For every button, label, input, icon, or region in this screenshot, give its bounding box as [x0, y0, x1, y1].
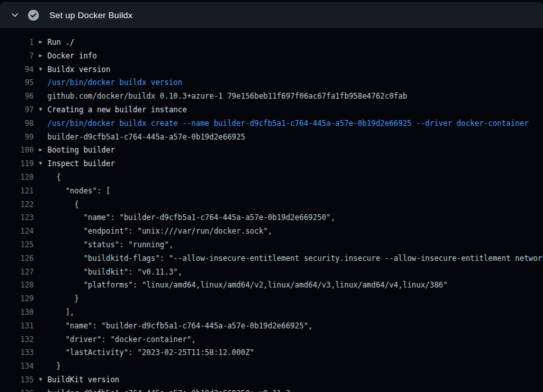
line-number[interactable]: 7	[0, 49, 34, 63]
line-number[interactable]: 123	[0, 211, 34, 225]
line-number[interactable]: 125	[0, 238, 34, 252]
log-line: 122 {	[0, 198, 543, 212]
log-line: 128 "platforms": "linux/amd64,linux/amd6…	[0, 278, 543, 292]
log-text: }	[47, 360, 543, 373]
log-line: 98 /usr/bin/docker buildx create --name …	[0, 117, 543, 130]
log-text: /usr/bin/docker buildx version	[47, 76, 543, 90]
step-title: Set up Docker Buildx	[49, 10, 133, 20]
group-toggle-icon	[34, 117, 47, 130]
log-line: 126 "buildkitd-flags": "--allow-insecure…	[0, 252, 543, 265]
group-toggle-icon[interactable]: ▶	[34, 49, 47, 63]
log-line: 125 "status": "running",	[0, 238, 543, 252]
log-line[interactable]: 135 ▼ BuildKit version	[0, 373, 543, 387]
log-text: Inspect builder	[47, 157, 543, 171]
line-number[interactable]: 134	[0, 360, 34, 373]
group-toggle-icon[interactable]: ▶	[34, 36, 47, 49]
line-number[interactable]: 120	[0, 171, 34, 184]
line-number[interactable]: 130	[0, 306, 34, 319]
log-line: 129 }	[0, 292, 543, 306]
group-toggle-icon[interactable]: ▼	[34, 373, 47, 387]
group-toggle-icon	[34, 387, 47, 392]
log-line: 96 github.com/docker/buildx 0.10.3+azure…	[0, 90, 543, 103]
group-toggle-icon	[34, 225, 47, 238]
group-toggle-icon	[34, 319, 47, 333]
log-text: builder-d9cfb5a1-c764-445a-a57e-0b19d2e6…	[47, 387, 543, 392]
group-toggle-icon	[34, 171, 47, 184]
log-line: 127 "buildkit": "v0.11.3",	[0, 265, 543, 279]
group-toggle-icon	[34, 265, 47, 279]
line-number[interactable]: 119	[0, 157, 34, 171]
group-toggle-icon	[34, 360, 47, 373]
group-toggle-icon	[34, 333, 47, 347]
group-toggle-icon	[34, 346, 47, 360]
step-header[interactable]: Set up Docker Buildx	[0, 2, 543, 28]
log-line: 120 {	[0, 171, 543, 184]
log-text: {	[47, 171, 543, 184]
log-line: 130 ],	[0, 306, 543, 319]
log-console: 1 ▶ Run ./ 7 ▶ Docker info 94 ▼ Buildx v…	[0, 36, 543, 392]
log-text: "buildkit": "v0.11.3",	[47, 265, 543, 279]
group-toggle-icon	[34, 184, 47, 198]
line-number[interactable]: 127	[0, 265, 34, 279]
line-number[interactable]: 97	[0, 103, 34, 117]
check-circle-icon	[25, 10, 42, 21]
log-text: "name": "builder-d9cfb5a1-c764-445a-a57e…	[47, 211, 543, 225]
log-line: 131 "name": "builder-d9cfb5a1-c764-445a-…	[0, 319, 543, 333]
line-number[interactable]: 133	[0, 346, 34, 360]
line-number[interactable]: 98	[0, 117, 34, 130]
line-number[interactable]: 1	[0, 36, 34, 49]
line-number[interactable]: 135	[0, 373, 34, 387]
log-text: "buildkitd-flags": "--allow-insecure-ent…	[47, 252, 543, 265]
log-text: builder-d9cfb5a1-c764-445a-a57e-0b19d2e6…	[47, 130, 543, 144]
line-number[interactable]: 96	[0, 90, 34, 103]
log-text: Run ./	[47, 36, 543, 49]
group-toggle-icon[interactable]: ▶	[34, 143, 47, 157]
group-toggle-icon	[34, 306, 47, 319]
line-number[interactable]: 126	[0, 252, 34, 265]
log-line: 132 "driver": "docker-container",	[0, 333, 543, 347]
log-text: Booting builder	[47, 143, 543, 157]
log-line: 124 "endpoint": "unix:///var/run/docker.…	[0, 225, 543, 238]
group-toggle-icon	[34, 130, 47, 144]
log-text: github.com/docker/buildx 0.10.3+azure-1 …	[47, 90, 543, 103]
log-line: 136 builder-d9cfb5a1-c764-445a-a57e-0b19…	[0, 387, 543, 392]
log-text: Creating a new builder instance	[47, 103, 543, 117]
line-number[interactable]: 131	[0, 319, 34, 333]
group-toggle-icon	[34, 278, 47, 292]
log-line[interactable]: 7 ▶ Docker info	[0, 49, 543, 63]
group-toggle-icon	[34, 211, 47, 225]
line-number[interactable]: 99	[0, 130, 34, 144]
chevron-down-icon[interactable]	[5, 10, 25, 19]
group-toggle-icon[interactable]: ▼	[34, 157, 47, 171]
log-text: "platforms": "linux/amd64,linux/amd64/v2…	[47, 278, 543, 292]
group-toggle-icon	[34, 76, 47, 90]
line-number[interactable]: 132	[0, 333, 34, 347]
group-toggle-icon[interactable]: ▼	[34, 103, 47, 117]
group-toggle-icon	[34, 252, 47, 265]
log-text: Buildx version	[47, 63, 543, 77]
log-line[interactable]: 1 ▶ Run ./	[0, 36, 543, 49]
log-text: Docker info	[47, 49, 543, 63]
log-line[interactable]: 100 ▶ Booting builder	[0, 143, 543, 157]
log-line[interactable]: 119 ▼ Inspect builder	[0, 157, 543, 171]
line-number[interactable]: 121	[0, 184, 34, 198]
group-toggle-icon	[34, 90, 47, 103]
log-text: "driver": "docker-container",	[47, 333, 543, 347]
line-number[interactable]: 136	[0, 387, 34, 392]
group-toggle-icon	[34, 238, 47, 252]
log-text: ],	[47, 306, 543, 319]
log-line: 134 }	[0, 360, 543, 373]
line-number[interactable]: 122	[0, 198, 34, 212]
line-number[interactable]: 124	[0, 225, 34, 238]
line-number[interactable]: 128	[0, 278, 34, 292]
log-line: 95 /usr/bin/docker buildx version	[0, 76, 543, 90]
group-toggle-icon[interactable]: ▼	[34, 63, 47, 77]
line-number[interactable]: 95	[0, 76, 34, 90]
line-number[interactable]: 129	[0, 292, 34, 306]
line-number[interactable]: 100	[0, 143, 34, 157]
line-number[interactable]: 94	[0, 63, 34, 77]
log-line[interactable]: 94 ▼ Buildx version	[0, 63, 543, 77]
log-line: 121 "nodes": [	[0, 184, 543, 198]
log-text: }	[47, 292, 543, 306]
log-line[interactable]: 97 ▼ Creating a new builder instance	[0, 103, 543, 117]
